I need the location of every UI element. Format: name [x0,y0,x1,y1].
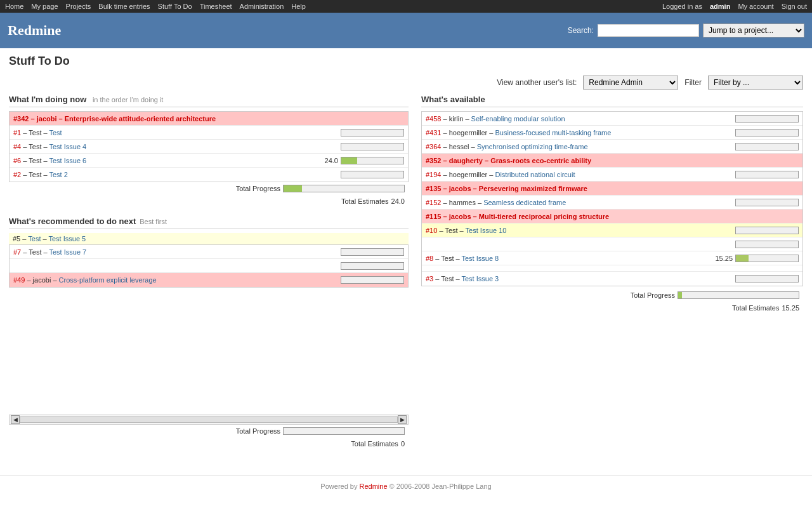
table-row[interactable]: #8 – Test – Test Issue 8 15.25 [422,251,802,265]
nav-bulk-time[interactable]: Bulk time entries [98,3,150,10]
nav-stuff-to-do[interactable]: Stuff To Do [158,3,192,10]
sign-out-link[interactable]: Sign out [782,3,807,10]
issue-link[interactable]: Cross-platform explicit leverage [59,276,157,284]
issue-id: #6 [13,157,21,164]
table-row[interactable]: #4 – Test – Test Issue 4 [10,140,408,154]
issue-id: #352 [426,157,441,164]
available-total-progress-bar [678,291,799,299]
issue-link[interactable]: Test Issue 6 [49,157,87,164]
filter-select[interactable]: Filter by ... [708,76,803,90]
scroll-left-button[interactable]: ◀ [11,415,20,424]
issue-link[interactable]: Grass-roots eco-centric ability [490,157,591,164]
table-row[interactable]: #135 – jacobs – Persevering maximized fi… [422,182,802,196]
issue-link[interactable]: Test Issue 7 [49,248,87,256]
search-input[interactable] [598,24,699,37]
table-row[interactable]: #7 – Test – Test Issue 7 [10,245,408,259]
table-row[interactable]: #115 – jacobs – Multi-tiered reciprocal … [422,209,802,223]
right-column: What's available #458 – kirlin – Self-en… [421,95,803,314]
progress-bar [341,129,404,136]
progress-cell [735,129,799,136]
progress-bar [341,143,404,150]
footer-copyright: © 2006-2008 Jean-Philippe Lang [390,482,492,490]
nav-links: Home My page Projects Bulk time entries … [5,3,306,10]
issue-link[interactable]: Synchronised optimizing time-frame [477,143,588,150]
table-row[interactable] [422,237,802,251]
table-row[interactable]: #342 – jacobi – Enterprise-wide attitude… [10,112,408,126]
horizontal-scrollbar[interactable]: ◀ ▶ [9,415,409,425]
table-row[interactable]: #194 – hoegermiller – Distributed nation… [422,168,802,182]
issue-text: #135 – jacobs – Persevering maximized fi… [426,185,799,192]
issue-text: #364 – hessel – Synchronised optimizing … [426,143,735,150]
admin-user-link[interactable]: admin [710,3,730,10]
table-row[interactable]: #1 – Test – Test [10,126,408,140]
page-title: Stuff To Do [9,55,803,68]
recommended-divider[interactable]: #5 – Test – Test Issue 5 [9,233,409,244]
issue-link[interactable]: Test Issue 4 [49,143,87,150]
issue-link[interactable]: Multi-tiered reciprocal pricing structur… [479,213,609,220]
my-account-link[interactable]: My account [738,3,773,10]
issue-text: #7 – Test – Test Issue 7 [13,248,341,256]
table-row[interactable]: #6 – Test – Test Issue 6 24.0 [10,154,408,168]
issue-id: #194 [426,171,441,178]
nav-projects[interactable]: Projects [66,3,91,10]
table-row[interactable]: #3 – Test – Test Issue 3 [422,272,802,286]
issue-link[interactable]: Test 2 [49,171,68,178]
table-row[interactable]: #49 – jacobi – Cross-platform explicit l… [10,273,408,287]
user-select[interactable]: Redmine Admin [583,76,678,90]
scroll-right-button[interactable]: ▶ [398,415,407,424]
progress-number: 24.0 [319,157,338,164]
recommended-list: #7 – Test – Test Issue 7 #49 – [9,244,409,288]
progress-cell [341,143,404,150]
progress-bar [341,171,404,178]
progress-bar [735,227,799,234]
issue-link[interactable]: Persevering maximized firmware [479,185,587,192]
table-row[interactable]: #2 – Test – Test 2 [10,168,408,182]
nav-help[interactable]: Help [291,3,306,10]
total-progress-row: Total Progress [9,182,409,195]
progress-cell [735,241,799,248]
nav-timesheet[interactable]: Timesheet [200,3,232,10]
user-actions: Logged in as admin My account Sign out [662,3,807,10]
issue-id: #7 [13,248,21,256]
available-total-progress-label: Total Progress [631,291,675,299]
issue-link[interactable]: Test Issue 10 [466,227,507,234]
table-row[interactable]: #458 – kirlin – Self-enabling modular so… [422,112,802,126]
progress-bar [735,275,799,283]
issue-link[interactable]: Enterprise-wide attitude-oriented archit… [65,115,216,123]
footer: Powered by Redmine © 2006-2008 Jean-Phil… [0,475,812,496]
table-row[interactable]: #152 – hammes – Seamless dedicated frame [422,196,802,209]
issue-id: #2 [13,171,21,178]
top-navigation: Home My page Projects Bulk time entries … [0,0,812,13]
nav-mypage[interactable]: My page [31,3,58,10]
issue-link[interactable]: Test Issue 3 [462,275,499,283]
footer-app-link[interactable]: Redmine [360,482,388,490]
issue-link[interactable]: Business-focused multi-tasking frame [495,129,611,136]
progress-cell [735,199,799,206]
issue-link[interactable]: Test Issue 5 [49,235,86,243]
issue-link-project[interactable]: Test [28,235,41,243]
table-row[interactable] [10,259,408,273]
issue-link[interactable]: Seamless dedicated frame [483,199,566,206]
jump-to-project-select[interactable]: Jump to a project... [703,23,804,37]
issue-link[interactable]: Test Issue 8 [462,255,499,262]
issue-link[interactable]: Self-enabling modular solution [471,115,565,123]
issue-link[interactable]: Distributed national circuit [495,171,575,178]
progress-cell [341,248,404,256]
issue-id: #115 [426,213,441,220]
issue-link[interactable]: Test [49,129,62,136]
table-row[interactable]: #364 – hessel – Synchronised optimizing … [422,140,802,154]
scrollbar-track[interactable] [20,416,398,423]
total-estimates-value: 24.0 [391,197,405,205]
progress-cell [735,275,799,283]
issue-id: #3 [426,275,433,283]
nav-home[interactable]: Home [5,3,23,10]
available-total-estimates-value: 15.25 [782,304,799,312]
table-row[interactable]: #431 – hoegermiller – Business-focused m… [422,126,802,140]
table-row[interactable]: #352 – daugherty – Grass-roots eco-centr… [422,154,802,168]
issue-text: #342 – jacobi – Enterprise-wide attitude… [13,115,404,123]
nav-administration[interactable]: Administration [240,3,284,10]
progress-cell [735,171,799,178]
total-estimates-label: Total Estimates [341,197,389,205]
table-row[interactable]: #10 – Test – Test Issue 10 [422,223,802,237]
progress-bar [735,241,799,248]
